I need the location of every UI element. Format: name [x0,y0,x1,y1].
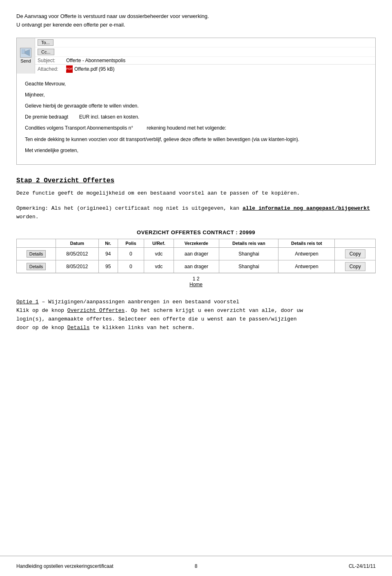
email-cc-row: Cc... [35,47,375,57]
col-uref: U/Ref. [144,239,174,248]
email-subject-row: Subject: Offerte - Abonnementspolis [35,57,375,65]
attached-filename: Offerte.pdf (95 kB) [74,66,115,72]
svg-marker-1 [25,49,30,56]
col-details-reis-tot: Details reis tot [278,239,335,248]
cell-datum-1: 8/05/2012 [56,260,99,273]
svg-rect-0 [22,49,25,54]
optie-line3-prefix: door op de knop [16,325,67,331]
col-details [17,239,56,248]
opmerking-prefix: Opmerking: Als het (origineel) certifica… [16,205,243,211]
optie-line2: login(s), aangemaakte offertes. Selectee… [16,315,376,324]
col-copy [335,239,376,248]
email-body-line4: De premie bedraagt EUR incl. taksen en k… [25,113,367,121]
attached-file: PDF Offerte.pdf (95 kB) [66,65,115,73]
cell-verzekerde-1: aan drager [174,260,219,273]
send-icon [20,48,31,58]
opmerking: Opmerking: Als het (origineel) certifica… [16,204,376,222]
footer-left: Handleiding opstellen verzekeringscertif… [16,563,113,569]
email-body: Geachte Mevrouw, Mijnheer, Gelieve hierb… [17,74,375,164]
cell-datum-0: 8/05/2012 [56,248,99,260]
subject-value: Offerte - Abonnementspolis [66,58,373,63]
col-verzekerde: Verzekerde [174,239,219,248]
contract-table-wrapper: OVERZICHT OFFERTES CONTRACT : 20999 Datu… [16,229,376,290]
col-polis: Polis [118,239,144,248]
footer-center: 8 [195,563,198,569]
pagination: 1 2 Home [16,273,376,290]
to-button[interactable]: To... [38,39,53,46]
cell-reis-van-0: Shanghai [219,248,278,260]
subject-label: Subject: [38,58,66,63]
send-label: Send [20,58,31,63]
attached-label: Attached: [38,66,66,72]
page-footer: Handleiding opstellen verzekeringscertif… [0,556,392,576]
copy-button-1[interactable]: Copy [345,262,365,271]
email-to-row: To... [35,38,375,47]
optie-heading-prefix: Optie 1 [16,299,39,305]
email-attached-row: Attached: PDF Offerte.pdf (95 kB) [35,65,375,74]
cell-reis-van-1: Shanghai [219,260,278,273]
optie-line1-link: Overzicht Offertes [67,307,125,314]
contract-title: OVERZICHT OFFERTES CONTRACT : 20999 [16,229,376,235]
pdf-icon: PDF [66,65,73,73]
cell-reis-tot-1: Antwerpen [278,260,335,273]
details-button-0[interactable]: Details [27,250,46,258]
table-row: Details 8/05/2012 94 0 vdc aan drager Sh… [17,248,376,260]
cell-nr-0: 94 [98,248,118,260]
email-body-line6: Ten einde dekking te kunnen voorzien voo… [25,136,367,143]
table-header-row: Datum Nr. Polis U/Ref. Verzekerde Detail… [17,239,376,248]
table-row: Details 8/05/2012 95 0 vdc aan drager Sh… [17,260,376,273]
step2-description: Deze functie geeft de mogelijkheid om ee… [16,189,376,198]
to-input[interactable] [56,39,373,46]
cell-nr-1: 95 [98,260,118,273]
cell-uref-1: vdc [144,260,174,273]
step2-heading: Stap 2 Overzicht Offertes [16,177,376,184]
optie-line3-suffix: te klikken links van het scherm. [89,325,194,331]
cell-uref-0: vdc [144,248,174,260]
email-body-line3: Gelieve hierbij de gevraagde offerte te … [25,102,367,110]
cell-polis-1: 0 [118,260,144,273]
col-nr: Nr. [98,239,118,248]
cell-polis-0: 0 [118,248,144,260]
optie-line1-suffix: . Op het scherm krijgt u een overzicht v… [125,307,303,314]
email-body-line1: Geachte Mevrouw, [25,80,367,88]
home-link[interactable]: Home [189,282,203,287]
optie-line1: Klik op de knop [16,307,67,314]
cc-input[interactable] [57,48,373,56]
contract-table: Datum Nr. Polis U/Ref. Verzekerde Detail… [16,239,376,273]
intro-line1: De Aanvraag voor Offerte is verstuurd na… [16,12,376,21]
col-datum: Datum [56,239,99,248]
details-button-1[interactable]: Details [27,263,46,270]
cell-reis-tot-0: Antwerpen [278,248,335,260]
footer-right: CL-24/11/11 [349,563,376,569]
optie-line3-link: Details [67,325,90,331]
email-body-line2: Mijnheer, [25,91,367,99]
page-numbers: 1 2 [193,276,200,282]
send-button-area: Send [17,38,35,74]
email-body-line5: Condities volgens Transport Abonnementsp… [25,124,367,132]
col-details-reis-van: Details reis van [219,239,278,248]
cc-button[interactable]: Cc... [38,49,54,55]
copy-button-0[interactable]: Copy [345,249,365,258]
opmerking-suffix: worden. [16,214,39,220]
email-mockup: Send To... Cc... Subject: Offerte - Abon… [16,38,376,165]
optie-section: Optie 1 – Wijzigingen/aanpassingen aanbr… [16,298,376,332]
intro-line2: U ontvangt per kerende een offerte per e… [16,21,376,29]
optie-heading-suffix: – Wijzigingen/aanpassingen aanbrengen in… [42,299,239,305]
cell-verzekerde-0: aan drager [174,248,219,260]
opmerking-link: alle informatie nog aangepast/bijgewerkt [243,205,370,211]
email-body-line7: Met vriendelijke groeten, [25,147,367,155]
